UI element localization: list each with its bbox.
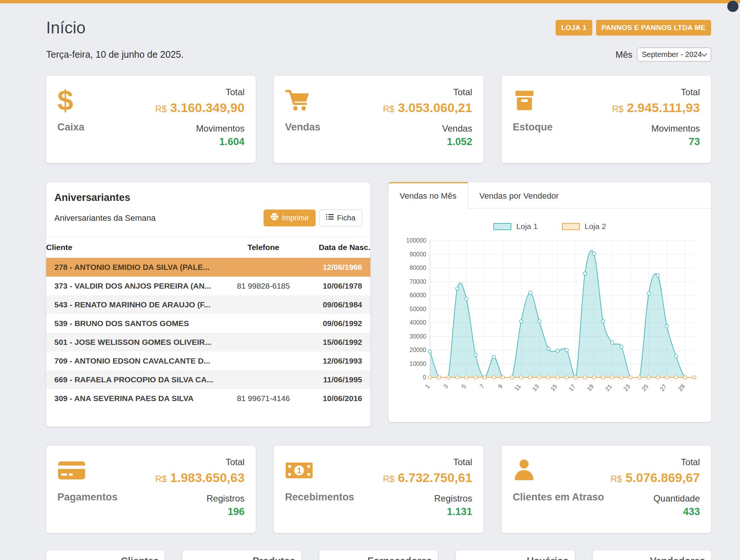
total-label: Total (453, 87, 472, 97)
svg-text:70000: 70000 (409, 279, 426, 285)
count-label: Movimentos (196, 123, 244, 134)
count-value: 196 (228, 506, 244, 518)
stat-card-recebimentos[interactable]: 1 Recebimentos Total R$6.732.750,61 Regi… (274, 446, 483, 533)
total-value: R$1.983.650,63 (155, 470, 244, 485)
birthdays-subtitle: Aniversariantes da Semana (54, 213, 156, 223)
stat-card-clientes-em-atraso[interactable]: Clientes em Atraso Total R$5.076.869,67 … (502, 446, 711, 533)
store-badge[interactable]: LOJA 1 (556, 20, 592, 36)
legend-item-loja1[interactable]: Loja 1 (493, 222, 538, 231)
svg-text:13: 13 (531, 383, 540, 392)
table-row[interactable]: 278 - ANTONIO EMIDIO DA SILVA (PALE... 1… (46, 258, 370, 277)
svg-text:100000: 100000 (406, 237, 426, 244)
month-select-value: September - 2024 (642, 50, 702, 59)
legend-item-loja2[interactable]: Loja 2 (562, 222, 606, 231)
card-fornecedores[interactable]: Fornecedores (319, 550, 438, 560)
stat-card-caixa[interactable]: $ Caixa Total R$3.160.349,90 Movimentos … (46, 76, 256, 163)
dashboard-page: Início LOJA 1 PANNOS E PANNOS LTDA ME Te… (0, 0, 740, 560)
total-value: R$3.160.349,90 (155, 100, 244, 115)
svg-text:50000: 50000 (409, 306, 426, 312)
money-bill-icon: 1 (285, 455, 313, 485)
birthdays-table: Cliente Telefone Data de Nasc. 278 - ANT… (46, 237, 370, 408)
main-content: Início LOJA 1 PANNOS E PANNOS LTDA ME Te… (0, 18, 740, 560)
table-row[interactable]: 309 - ANA SEVERINA PAES DA SILVA 81 9967… (46, 389, 370, 408)
card-usuarios[interactable]: Usuários (456, 550, 574, 560)
count-label: Registros (207, 493, 244, 504)
printer-icon (270, 213, 279, 223)
table-row[interactable]: 543 - RENATO MARINHO DE ARAUJO (F... 09/… (46, 295, 370, 314)
svg-text:40000: 40000 (409, 319, 426, 326)
stat-card-label: Estoque (513, 121, 553, 133)
total-value: R$5.076.869,67 (611, 470, 700, 485)
count-label: Quantidade (653, 493, 700, 504)
chevron-down-icon (701, 51, 707, 57)
svg-text:27: 27 (658, 383, 668, 392)
total-label: Total (453, 457, 472, 467)
store-badges: LOJA 1 PANNOS E PANNOS LTDA ME (556, 20, 711, 36)
card-clientes[interactable]: Clientes (46, 550, 165, 560)
column-header-data-nasc[interactable]: Data de Nasc. (302, 237, 370, 258)
svg-text:29: 29 (677, 383, 686, 392)
person-icon (513, 455, 535, 485)
svg-text:23: 23 (622, 383, 631, 392)
stat-card-label: Pagamentos (57, 491, 118, 503)
date-row: Terça-feira, 10 de junho de 2025. Mês Se… (46, 48, 711, 61)
stat-card-vendas[interactable]: Vendas Total R$3.053.060,21 Vendas 1.052 (274, 76, 483, 163)
total-label: Total (226, 87, 245, 97)
chart-legend: Loja 1 Loja 2 (388, 222, 711, 231)
table-row[interactable]: 669 - RAFAELA PROCOPIO DA SILVA CA... 11… (46, 370, 370, 389)
stat-cards-bottom-row: Pagamentos Total R$1.983.650,63 Registro… (46, 446, 711, 533)
count-label: Vendas (442, 123, 472, 134)
print-button[interactable]: Imprimir (264, 210, 316, 226)
svg-text:1: 1 (424, 383, 431, 390)
sales-panel: Vendas no Mês Vendas por Vendedor Loja 1… (388, 182, 711, 422)
user-avatar[interactable] (727, 1, 739, 12)
stat-card-pagamentos[interactable]: Pagamentos Total R$1.983.650,63 Registro… (46, 446, 256, 533)
svg-text:10000: 10000 (409, 361, 426, 367)
count-value: 1.131 (447, 506, 472, 518)
birthdays-card: Aniversariantes Aniversariantes da Seman… (46, 182, 370, 427)
sales-area-chart[interactable]: 0100002000030000400005000060000700008000… (394, 236, 706, 405)
svg-text:25: 25 (640, 383, 650, 392)
month-label: Mês (616, 49, 632, 60)
svg-text:7: 7 (478, 383, 485, 390)
svg-text:21: 21 (604, 383, 613, 392)
column-header-cliente[interactable]: Cliente (46, 237, 225, 258)
month-select[interactable]: September - 2024 (637, 48, 711, 61)
credit-card-icon (57, 455, 86, 485)
card-produtos[interactable]: Produtos (183, 550, 301, 560)
tab-vendas-por-vendedor[interactable]: Vendas por Vendedor (468, 182, 570, 208)
tab-vendas-no-mes[interactable]: Vendas no Mês (388, 182, 468, 208)
dollar-icon: $ (57, 85, 73, 115)
table-row[interactable]: 539 - BRUNO DOS SANTOS GOMES 09/06/1992 (46, 314, 370, 333)
total-label: Total (681, 457, 700, 467)
table-row[interactable]: 709 - ANTONIO EDSON CAVALCANTE D... 12/0… (46, 352, 370, 370)
column-header-telefone[interactable]: Telefone (225, 237, 303, 258)
card-vendedores[interactable]: Vendedores (593, 550, 711, 560)
svg-text:90000: 90000 (409, 251, 426, 258)
stat-cards-top-row: $ Caixa Total R$3.160.349,90 Movimentos … (46, 76, 711, 163)
svg-text:60000: 60000 (409, 292, 426, 298)
box-icon (513, 85, 536, 115)
svg-text:30000: 30000 (409, 333, 426, 340)
total-label: Total (681, 87, 700, 97)
stat-card-label: Recebimentos (285, 491, 354, 503)
sales-tabs: Vendas no Mês Vendas por Vendedor (388, 182, 711, 208)
table-row[interactable]: 501 - JOSE WELISSON GOMES OLIVEIR... 15/… (46, 333, 370, 352)
birthdays-title: Aniversariantes (46, 192, 370, 204)
stat-card-label: Caixa (57, 121, 84, 133)
count-label: Movimentos (652, 123, 700, 134)
ficha-button[interactable]: Ficha (319, 210, 362, 226)
svg-text:19: 19 (586, 383, 595, 392)
company-badge[interactable]: PANNOS E PANNOS LTDA ME (596, 20, 711, 36)
svg-text:0: 0 (423, 374, 426, 380)
top-accent-bar (0, 0, 740, 3)
total-value: R$3.053.060,21 (383, 100, 472, 115)
svg-text:15: 15 (549, 383, 559, 392)
stat-card-estoque[interactable]: Estoque Total R$2.945.111,93 Movimentos … (502, 76, 711, 163)
list-icon (326, 214, 334, 222)
svg-text:9: 9 (497, 383, 504, 390)
total-label: Total (226, 457, 245, 467)
table-row[interactable]: 373 - VALDIR DOS ANJOS PEREIRA (AN... 81… (46, 277, 370, 295)
count-value: 1.604 (219, 136, 245, 148)
count-label: Registros (434, 493, 472, 504)
